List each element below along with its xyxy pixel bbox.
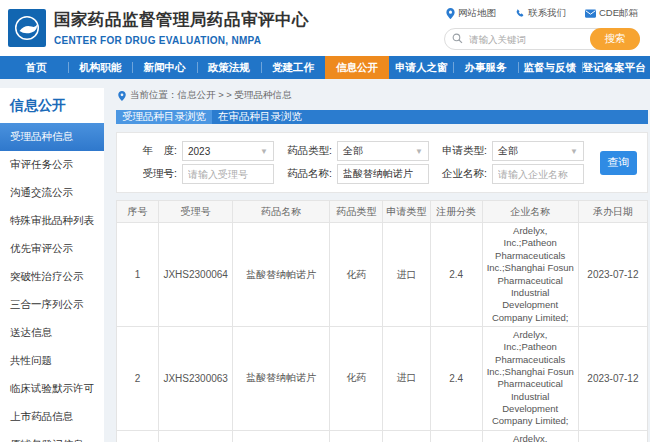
col-header-apply-type: 申请类型: [383, 201, 430, 223]
header-search: 搜索: [444, 28, 640, 50]
cell-apply-type: 进口: [383, 327, 430, 431]
cell-drug-type: 化药: [330, 223, 383, 327]
col-header-company: 企业名称: [482, 201, 578, 223]
mail-icon: [585, 9, 596, 18]
year-label: 年 度:: [123, 144, 177, 158]
map-pin-icon: [446, 8, 455, 19]
chevron-down-icon: ▼: [260, 147, 268, 156]
apply-type-value: 全部: [498, 144, 518, 158]
col-header-date: 承办日期: [578, 201, 647, 223]
breadcrumb-pin-icon: [118, 91, 126, 101]
year-value: 2023: [188, 146, 210, 157]
title-block: 国家药品监督管理局药品审评中心 CENTER FOR DRUG EVALUATI…: [54, 9, 309, 46]
cell-reg-class: 2.4: [430, 430, 482, 442]
nav-item-org[interactable]: 机构职能: [68, 56, 132, 79]
cell-reg-class: 2.4: [430, 223, 482, 327]
sidebar-item-common-issues[interactable]: 共性问题: [0, 347, 104, 375]
table-row: 1 JXHS2300064 盐酸替纳帕诺片 化药 进口 2.4 Ardelyx,…: [117, 223, 648, 327]
cell-accept-no: JXHS2300063: [159, 327, 233, 431]
header-right: 网站地图 联系我们 CDE邮箱 搜索: [444, 7, 640, 50]
table-row: 2 JXHS2300063 盐酸替纳帕诺片 化药 进口 2.4 Ardelyx,…: [117, 327, 648, 431]
site-header: 国家药品监督管理局药品审评中心 CENTER FOR DRUG EVALUATI…: [0, 0, 650, 56]
contact-links: 网站地图 联系我们 CDE邮箱: [444, 7, 640, 20]
sidebar-item-priority-review[interactable]: 优先审评公示: [0, 235, 104, 263]
nav-item-party[interactable]: 党建工作: [261, 56, 325, 79]
query-button[interactable]: 查询: [600, 151, 637, 175]
drug-type-select[interactable]: 全部▼: [337, 141, 429, 161]
cell-company: Ardelyx, Inc.;Patheon Pharmaceuticals In…: [482, 327, 578, 431]
nav-item-news[interactable]: 新闻中心: [132, 56, 196, 79]
cell-drug-type: 化药: [330, 430, 383, 442]
accept-no-label: 受理号:: [123, 167, 177, 181]
cell-accept-no: JXHS2300062: [159, 430, 233, 442]
company-input[interactable]: [492, 164, 584, 184]
col-header-seq: 序号: [117, 201, 159, 223]
sitemap-link[interactable]: 网站地图: [446, 7, 496, 20]
cell-drug-name: 盐酸替纳帕诺片: [233, 223, 330, 327]
cde-mail-link[interactable]: CDE邮箱: [585, 7, 638, 20]
chevron-down-icon: ▼: [415, 147, 423, 156]
nav-item-feedback[interactable]: 监督与反馈: [518, 56, 582, 79]
cell-date: 2023-07-12: [578, 223, 647, 327]
sidebar-item-delivery-info[interactable]: 送达信息: [0, 319, 104, 347]
breadcrumb: 当前位置：信息公开 > > 受理品种信息: [116, 88, 648, 110]
sidebar-item-breakthrough[interactable]: 突破性治疗公示: [0, 263, 104, 291]
drug-name-label: 药品名称:: [278, 167, 332, 181]
cell-drug-name: 盐酸替纳帕诺片: [233, 327, 330, 431]
nav-item-info-disclosure[interactable]: 信息公开: [325, 56, 389, 79]
cell-drug-type: 化药: [330, 327, 383, 431]
col-header-drug-name: 药品名称: [233, 201, 330, 223]
contact-us-label: 联系我们: [528, 7, 566, 20]
apply-type-label: 申请类型:: [433, 144, 487, 158]
main-nav: 首页 机构职能 新闻中心 政策法规 党建工作 信息公开 申请人之窗 办事服务 监…: [0, 56, 650, 79]
results-table: 序号 受理号 药品名称 药品类型 申请类型 注册分类 企业名称 承办日期 1 J…: [116, 200, 648, 442]
sidebar-title: 信息公开: [0, 88, 104, 123]
company-label: 企业名称:: [433, 167, 487, 181]
sidebar-item-review-tasks[interactable]: 审评任务公示: [0, 151, 104, 179]
nav-item-registration[interactable]: 登记备案平台: [582, 56, 646, 79]
col-header-reg-class: 注册分类: [430, 201, 482, 223]
tab-under-review-catalog[interactable]: 在审品种目录浏览: [212, 110, 308, 124]
cell-accept-no: JXHS2300064: [159, 223, 233, 327]
cell-seq: 2: [117, 327, 159, 431]
drug-name-input[interactable]: [337, 164, 429, 184]
sidebar-item-clinical-trial[interactable]: 临床试验默示许可: [0, 375, 104, 403]
year-select[interactable]: 2023▼: [182, 141, 274, 161]
main-panel: 当前位置：信息公开 > > 受理品种信息 受理品种目录浏览 在审品种目录浏览 年…: [116, 88, 648, 442]
sidebar: 信息公开 受理品种信息 审评任务公示 沟通交流公示 特殊审批品种列表 优先审评公…: [0, 88, 104, 442]
sidebar-item-three-in-one[interactable]: 三合一序列公示: [0, 291, 104, 319]
cell-reg-class: 2.4: [430, 327, 482, 431]
sidebar-item-marketed-drugs[interactable]: 上市药品信息: [0, 403, 104, 431]
table-header-row: 序号 受理号 药品名称 药品类型 申请类型 注册分类 企业名称 承办日期: [117, 201, 648, 223]
sitemap-label: 网站地图: [458, 7, 496, 20]
contact-us-link[interactable]: 联系我们: [515, 7, 566, 20]
nav-item-services[interactable]: 办事服务: [453, 56, 517, 79]
cell-apply-type: 进口: [383, 430, 430, 442]
sidebar-item-accepted-products[interactable]: 受理品种信息: [0, 123, 104, 151]
accept-no-input[interactable]: [182, 164, 274, 184]
drug-type-value: 全部: [343, 144, 363, 158]
col-header-drug-type: 药品类型: [330, 201, 383, 223]
cde-logo[interactable]: [8, 9, 46, 47]
breadcrumb-text: 当前位置：信息公开 > > 受理品种信息: [130, 89, 292, 102]
site-title: 国家药品监督管理局药品审评中心: [54, 9, 309, 31]
search-button[interactable]: 搜索: [590, 28, 640, 50]
sidebar-item-excipients[interactable]: 原辅包登记信息: [0, 431, 104, 442]
cell-drug-name: 盐酸替纳帕诺片: [233, 430, 330, 442]
sidebar-item-communication[interactable]: 沟通交流公示: [0, 179, 104, 207]
apply-type-select[interactable]: 全部▼: [492, 141, 584, 161]
filter-rows: 年 度: 2023▼ 药品类型: 全部▼ 申请类型: 全部▼ 受理号:: [123, 138, 588, 187]
content-area: 信息公开 受理品种信息 审评任务公示 沟通交流公示 特殊审批品种列表 优先审评公…: [0, 79, 650, 442]
col-header-accept-no: 受理号: [159, 201, 233, 223]
chevron-down-icon: ▼: [570, 147, 578, 156]
sidebar-item-special-approval[interactable]: 特殊审批品种列表: [0, 207, 104, 235]
nav-item-home[interactable]: 首页: [4, 56, 68, 79]
cell-date: 2023-07-12: [578, 430, 647, 442]
cell-seq: 1: [117, 223, 159, 327]
tab-bar: 受理品种目录浏览 在审品种目录浏览: [116, 110, 648, 124]
cell-company: Ardelyx, Inc.;Patheon Pharmaceuticals In…: [482, 430, 578, 442]
nav-item-policy[interactable]: 政策法规: [197, 56, 261, 79]
cell-date: 2023-07-12: [578, 327, 647, 431]
tab-accepted-catalog[interactable]: 受理品种目录浏览: [116, 110, 212, 124]
nav-item-applicant[interactable]: 申请人之窗: [389, 56, 453, 79]
